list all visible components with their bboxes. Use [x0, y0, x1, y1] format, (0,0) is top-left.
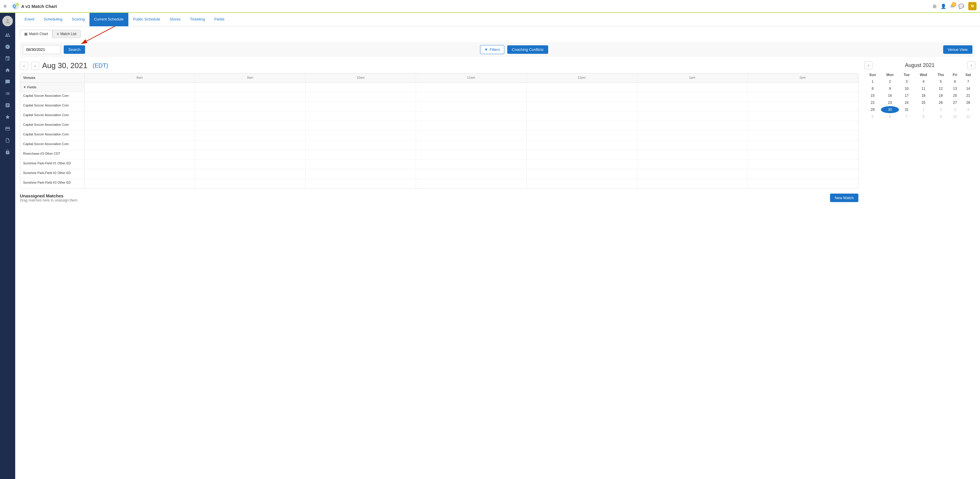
- calendar-day-cell[interactable]: 17: [899, 92, 915, 99]
- calendar-day-cell[interactable]: 29: [864, 106, 881, 113]
- time-slot[interactable]: [195, 179, 305, 188]
- time-slot[interactable]: [637, 131, 748, 140]
- calendar-day-cell[interactable]: 4: [914, 78, 933, 85]
- sidebar-item-team[interactable]: [2, 41, 13, 52]
- calendar-day-cell[interactable]: 14: [961, 85, 975, 92]
- time-slot[interactable]: [748, 150, 858, 159]
- calendar-day-cell[interactable]: 3: [899, 78, 915, 85]
- time-slot[interactable]: [527, 102, 637, 111]
- time-slot[interactable]: [527, 92, 637, 102]
- time-slot[interactable]: [637, 111, 748, 121]
- calendar-day-cell[interactable]: 9: [881, 85, 899, 92]
- tab-scoring[interactable]: Scoring: [67, 13, 89, 26]
- calendar-day-cell[interactable]: 4: [961, 106, 975, 113]
- time-slot[interactable]: [195, 111, 305, 121]
- sidebar-item-chat[interactable]: [2, 76, 13, 87]
- calendar-day-cell[interactable]: 2: [881, 78, 899, 85]
- calendar-day-cell[interactable]: 24: [899, 99, 915, 106]
- time-slot[interactable]: [748, 102, 858, 111]
- time-slot[interactable]: [416, 140, 527, 150]
- new-match-button[interactable]: New Match: [830, 194, 858, 202]
- time-slot[interactable]: [84, 102, 195, 111]
- sidebar-item-doc[interactable]: [2, 135, 13, 146]
- calendar-day-cell[interactable]: 10: [949, 113, 961, 120]
- venue-view-button[interactable]: Venue View: [943, 45, 972, 54]
- time-slot[interactable]: [527, 150, 637, 159]
- time-slot[interactable]: [195, 131, 305, 140]
- time-slot[interactable]: [748, 121, 858, 130]
- time-slot[interactable]: [416, 169, 527, 179]
- user-avatar[interactable]: M: [968, 2, 977, 10]
- sidebar-item-star[interactable]: [2, 112, 13, 122]
- tab-scheduling[interactable]: Scheduling: [39, 13, 67, 26]
- calendar-day-cell[interactable]: 6: [949, 78, 961, 85]
- time-slot[interactable]: [84, 179, 195, 188]
- calendar-day-cell[interactable]: 27: [949, 99, 961, 106]
- sidebar-item-card[interactable]: [2, 123, 13, 134]
- tab-event[interactable]: Event: [20, 13, 39, 26]
- tab-stores[interactable]: Stores: [165, 13, 185, 26]
- time-slot[interactable]: [416, 102, 527, 111]
- calendar-day-cell[interactable]: 5: [933, 78, 949, 85]
- time-slot[interactable]: [637, 140, 748, 150]
- tab-public-schedule[interactable]: Public Schedule: [128, 13, 165, 26]
- time-slot[interactable]: [416, 121, 527, 130]
- calendar-day-cell[interactable]: 3: [949, 106, 961, 113]
- calendar-day-cell[interactable]: 26: [933, 99, 949, 106]
- sub-tab-match-chart[interactable]: ▦ Match Chart: [20, 30, 52, 38]
- time-slot[interactable]: [305, 121, 416, 130]
- time-slot[interactable]: [305, 160, 416, 169]
- time-slot[interactable]: [84, 150, 195, 159]
- calendar-day-cell[interactable]: 13: [949, 85, 961, 92]
- calendar-day-cell[interactable]: 7: [899, 113, 915, 120]
- time-slot[interactable]: [637, 92, 748, 102]
- calendar-day-cell[interactable]: 28: [961, 99, 975, 106]
- time-slot[interactable]: [305, 150, 416, 159]
- time-slot[interactable]: [195, 140, 305, 150]
- calendar-day-cell[interactable]: 5: [864, 113, 881, 120]
- time-slot[interactable]: [527, 111, 637, 121]
- tab-current-schedule[interactable]: Current Schedule: [89, 13, 128, 26]
- sidebar-item-home[interactable]: [2, 65, 13, 75]
- time-slot[interactable]: [305, 179, 416, 188]
- time-slot[interactable]: [305, 140, 416, 150]
- time-slot[interactable]: [84, 160, 195, 169]
- time-slot[interactable]: [195, 169, 305, 179]
- chart-next-button[interactable]: ›: [31, 62, 39, 70]
- calendar-next-button[interactable]: ›: [967, 61, 975, 69]
- time-slot[interactable]: [416, 131, 527, 140]
- time-slot[interactable]: [195, 121, 305, 130]
- grid-icon[interactable]: ⊞: [933, 3, 936, 9]
- time-slot[interactable]: [637, 102, 748, 111]
- calendar-day-cell[interactable]: 25: [914, 99, 933, 106]
- calendar-day-cell[interactable]: 23: [881, 99, 899, 106]
- time-slot[interactable]: [84, 92, 195, 102]
- time-slot[interactable]: [637, 121, 748, 130]
- time-slot[interactable]: [84, 111, 195, 121]
- calendar-day-cell[interactable]: 8: [864, 85, 881, 92]
- filters-button[interactable]: ▼ Filters: [480, 45, 504, 54]
- time-slot[interactable]: [84, 131, 195, 140]
- calendar-day-cell[interactable]: 7: [961, 78, 975, 85]
- calendar-day-cell[interactable]: 20: [949, 92, 961, 99]
- time-slot[interactable]: [637, 179, 748, 188]
- time-slot[interactable]: [527, 169, 637, 179]
- calendar-day-cell[interactable]: 11: [914, 85, 933, 92]
- sub-tab-match-list[interactable]: ≡ Match List: [52, 30, 81, 38]
- time-slot[interactable]: [748, 140, 858, 150]
- chart-prev-button[interactable]: ‹: [20, 62, 28, 70]
- search-button[interactable]: Search: [64, 45, 85, 54]
- time-slot[interactable]: [527, 160, 637, 169]
- time-slot[interactable]: [305, 131, 416, 140]
- time-slot[interactable]: [416, 179, 527, 188]
- time-slot[interactable]: [637, 169, 748, 179]
- time-slot[interactable]: [527, 179, 637, 188]
- time-slot[interactable]: [527, 121, 637, 130]
- calendar-day-cell[interactable]: 19: [933, 92, 949, 99]
- calendar-day-cell[interactable]: 31: [899, 106, 915, 113]
- calendar-day-cell[interactable]: 12: [933, 85, 949, 92]
- time-slot[interactable]: [637, 150, 748, 159]
- coaching-conflicts-button[interactable]: Coaching Conflicts: [507, 45, 548, 54]
- time-slot[interactable]: [305, 102, 416, 111]
- calendar-day-cell[interactable]: 8: [914, 113, 933, 120]
